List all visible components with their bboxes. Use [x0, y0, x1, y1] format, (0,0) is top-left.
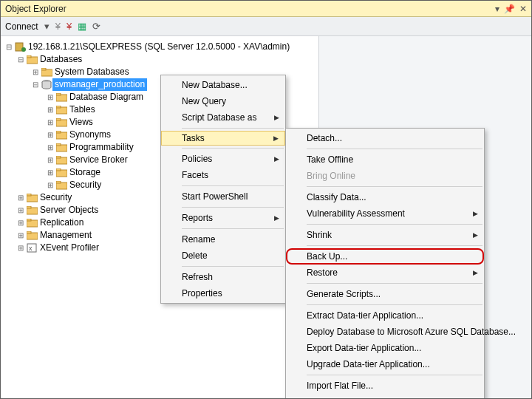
database-icon	[41, 80, 52, 90]
service-broker-label: Service Broker	[67, 154, 130, 166]
folder-icon	[55, 143, 67, 153]
menu-import-flat-file[interactable]: Import Flat File...	[286, 378, 484, 394]
menu-separator	[182, 185, 284, 186]
menu-new-query[interactable]: New Query	[161, 93, 285, 109]
server-icon	[14, 42, 26, 52]
programmability-label: Programmability	[67, 141, 136, 154]
menu-import-data[interactable]: Import Data...	[286, 394, 484, 399]
menu-properties[interactable]: Properties	[161, 285, 285, 301]
collapse-icon[interactable]: ⊟	[30, 78, 41, 91]
menu-script-database-as[interactable]: Script Database as	[161, 109, 285, 126]
menu-detach[interactable]: Detach...	[286, 130, 484, 146]
selected-db-label: svmanager_production	[52, 78, 147, 91]
collapse-icon[interactable]: ⊟	[4, 41, 14, 53]
xevent-icon: x	[26, 243, 38, 253]
connect-button[interactable]: Connect	[5, 21, 38, 32]
menu-separator	[307, 186, 482, 187]
expand-icon[interactable]: ⊞	[16, 216, 26, 229]
expand-icon[interactable]: ⊞	[45, 129, 55, 141]
svg-rect-8	[56, 93, 61, 95]
expand-icon[interactable]: ⊞	[30, 66, 41, 78]
db-security-label: Security	[67, 179, 103, 191]
folder-icon	[26, 205, 38, 216]
folder-icon	[26, 55, 38, 65]
menu-reports[interactable]: Reports	[161, 210, 285, 226]
server-objects-label: Server Objects	[38, 204, 100, 216]
expand-icon[interactable]: ⊞	[45, 116, 55, 129]
folder-icon	[55, 117, 67, 128]
expand-icon[interactable]: ⊞	[16, 204, 26, 216]
folder-icon	[26, 193, 38, 203]
menu-take-offline[interactable]: Take Offline	[286, 151, 484, 168]
svg-rect-14	[56, 131, 61, 133]
expand-icon[interactable]: ⊞	[16, 191, 26, 204]
menu-extract-data-tier[interactable]: Extract Data-tier Application...	[286, 307, 484, 324]
menu-delete[interactable]: Delete	[161, 248, 285, 264]
menu-separator	[182, 228, 284, 229]
folder-icon	[55, 105, 67, 115]
menu-separator	[182, 148, 284, 149]
collapse-icon[interactable]: ⊟	[16, 53, 26, 66]
views-label: Views	[67, 116, 95, 129]
close-icon[interactable]: ✕	[519, 4, 527, 14]
svg-rect-16	[56, 143, 61, 146]
menu-separator	[307, 375, 482, 375]
menu-export-data-tier[interactable]: Export Data-tier Application...	[286, 340, 484, 356]
menu-facets[interactable]: Facets	[161, 167, 285, 183]
system-databases-label: System Databases	[52, 66, 132, 78]
menu-vulnerability-assessment[interactable]: Vulnerability Assessment	[286, 205, 484, 222]
disconnect-icon[interactable]: ¥	[55, 21, 61, 32]
svg-rect-30	[27, 231, 31, 233]
expand-icon[interactable]: ⊞	[45, 166, 55, 179]
menu-classify-data[interactable]: Classify Data...	[286, 189, 484, 205]
pin-icon[interactable]: 📌	[504, 4, 515, 14]
expand-icon[interactable]: ⊞	[16, 229, 26, 242]
menu-separator	[307, 245, 482, 246]
menu-generate-scripts[interactable]: Generate Scripts...	[286, 286, 484, 302]
menu-separator	[182, 207, 284, 208]
filter-icon[interactable]: ▦	[78, 21, 86, 32]
folder-icon	[55, 92, 67, 103]
refresh-icon[interactable]: ⟳	[92, 21, 100, 32]
synonyms-label: Synonyms	[67, 129, 113, 141]
menu-start-powershell[interactable]: Start PowerShell	[161, 188, 285, 205]
menu-separator	[307, 283, 482, 284]
svg-rect-12	[56, 118, 61, 120]
tree-node-server[interactable]: ⊟ 192.168.1.21\SQLEXPRESS (SQL Server 12…	[4, 41, 316, 53]
database-context-menu: New Database... New Query Script Databas…	[160, 75, 286, 304]
connect-dropdown-icon[interactable]: ▾	[44, 21, 50, 32]
menu-refresh[interactable]: Refresh	[161, 269, 285, 285]
expand-icon[interactable]: ⊞	[45, 154, 55, 166]
menu-upgrade-data-tier[interactable]: Upgrade Data-tier Application...	[286, 356, 484, 372]
disconnect-all-icon[interactable]: ¥	[66, 21, 72, 32]
expand-icon[interactable]: ⊞	[16, 242, 26, 254]
server-label: 192.168.1.21\SQLEXPRESS (SQL Server 12.0…	[26, 41, 292, 53]
menu-deploy-azure[interactable]: Deploy Database to Microsoft Azure SQL D…	[286, 324, 484, 340]
tables-label: Tables	[67, 103, 98, 116]
expand-icon[interactable]: ⊞	[45, 103, 55, 116]
svg-rect-18	[56, 156, 61, 158]
menu-separator	[182, 128, 284, 129]
svg-rect-10	[56, 106, 61, 108]
object-explorer-titlebar: Object Explorer ▾ 📌 ✕	[1, 1, 531, 17]
menu-shrink[interactable]: Shrink	[286, 227, 484, 243]
svg-rect-28	[27, 219, 31, 221]
menu-new-database[interactable]: New Database...	[161, 77, 285, 93]
folder-icon	[55, 168, 67, 178]
db-diagrams-label: Database Diagram	[67, 91, 146, 103]
menu-bring-online: Bring Online	[286, 168, 484, 184]
menu-rename[interactable]: Rename	[161, 231, 285, 248]
svg-point-1	[21, 47, 26, 52]
menu-restore[interactable]: Restore	[286, 265, 484, 281]
expand-icon[interactable]: ⊞	[45, 91, 55, 103]
expand-icon[interactable]: ⊞	[45, 179, 55, 191]
menu-policies[interactable]: Policies	[161, 151, 285, 167]
menu-back-up[interactable]: Back Up...	[286, 248, 484, 265]
folder-icon	[55, 130, 67, 140]
object-explorer-toolbar: Connect ▾ ¥ ¥ ▦ ⟳	[1, 17, 531, 36]
tree-node-databases[interactable]: ⊟ Databases	[4, 53, 316, 66]
expand-icon[interactable]: ⊞	[45, 141, 55, 154]
dropdown-icon[interactable]: ▾	[495, 4, 499, 14]
menu-tasks[interactable]: Tasks	[161, 131, 285, 146]
xevent-label: XEvent Profiler	[38, 242, 101, 254]
